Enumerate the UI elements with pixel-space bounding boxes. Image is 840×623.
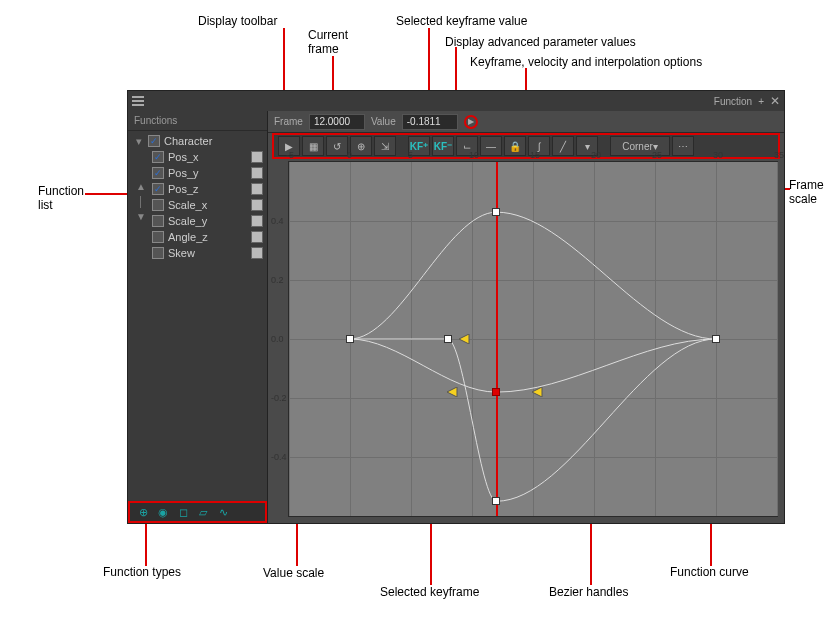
expand-icon[interactable]: ▾: [134, 135, 144, 148]
label-selected-kf-value: Selected keyframe value: [396, 14, 527, 28]
curve-plot[interactable]: 0.40.20.0-0.2-0.4-505101520253035: [288, 161, 778, 517]
label-selected-kf: Selected keyframe: [380, 585, 479, 599]
keyframe[interactable]: [492, 208, 500, 216]
label-function-list: Function list: [38, 184, 84, 212]
x-gridline: 15: [533, 162, 534, 516]
tree-row-scaley[interactable]: Scale_y: [128, 213, 267, 229]
tree-label: Angle_z: [168, 231, 249, 243]
add-tab-button[interactable]: +: [758, 96, 764, 107]
label-value-scale: Value scale: [263, 566, 324, 580]
selected-keyframe[interactable]: [492, 388, 500, 396]
tree-row-character[interactable]: ▾ Character: [128, 133, 267, 149]
tree-label: Skew: [168, 247, 249, 259]
function-list-title: Functions: [128, 111, 267, 131]
label-display-adv: Display advanced parameter values: [445, 35, 636, 49]
svg-marker-1: [532, 387, 542, 397]
x-gridline: 35: [777, 162, 778, 516]
bezier-handle[interactable]: [532, 387, 546, 397]
frame-label: Frame: [274, 116, 303, 127]
more-button[interactable]: ⋯: [672, 136, 694, 156]
label-bezier-handles: Bezier handles: [549, 585, 628, 599]
svg-marker-0: [447, 387, 457, 397]
label-frame-scale: Frame scale: [789, 178, 824, 206]
color-swatch[interactable]: [251, 215, 263, 227]
visibility-checkbox[interactable]: [152, 247, 164, 259]
color-swatch[interactable]: [251, 151, 263, 163]
remove-keyframe-button[interactable]: KF⁻: [432, 136, 454, 156]
function-editor-window: Function + ✕ Functions ▾ Character Pos_x: [127, 90, 785, 524]
lock-button[interactable]: 🔒: [504, 136, 526, 156]
frame-input[interactable]: [309, 114, 365, 130]
value-bar: Frame Value: [268, 111, 784, 133]
bezier-handle[interactable]: [447, 387, 461, 397]
tree-row-scalex[interactable]: Scale_x: [128, 197, 267, 213]
label-kf-options: Keyframe, velocity and interpolation opt…: [470, 55, 702, 69]
x-gridline: -5: [289, 162, 290, 516]
linear-button[interactable]: —: [480, 136, 502, 156]
function-types-toolbar: ⊕ ◉ ◻ ▱ ∿: [128, 501, 267, 523]
value-input[interactable]: [402, 114, 458, 130]
visibility-checkbox[interactable]: [152, 167, 164, 179]
type-icon[interactable]: ▱: [194, 504, 212, 520]
type-icon[interactable]: ∿: [214, 504, 232, 520]
fit-button[interactable]: ⇲: [374, 136, 396, 156]
tree-label: Pos_y: [168, 167, 249, 179]
keyframe[interactable]: [444, 335, 452, 343]
curve-area: Frame Value ▶ ▦ ↺ ⊕ ⇲ KF⁺ KF⁻ ⌙ — 🔒 ∫ ╱: [268, 111, 784, 523]
function-tree: ▾ Character Pos_x Pos_y: [128, 131, 267, 501]
function-list-panel: Functions ▾ Character Pos_x Pos: [128, 111, 268, 523]
visibility-checkbox[interactable]: [152, 183, 164, 195]
tree-row-posy[interactable]: Pos_y: [128, 165, 267, 181]
value-scale-widget[interactable]: ▲ │ ▼: [134, 181, 148, 222]
visibility-checkbox[interactable]: [152, 199, 164, 211]
tree-label: Scale_y: [168, 215, 249, 227]
tree-label: Character: [164, 135, 249, 147]
label-display-toolbar: Display toolbar: [198, 14, 277, 28]
x-gridline: 25: [655, 162, 656, 516]
tangent-button[interactable]: ╱: [552, 136, 574, 156]
tree-row-posx[interactable]: Pos_x: [128, 149, 267, 165]
visibility-checkbox[interactable]: [152, 215, 164, 227]
color-swatch[interactable]: [251, 231, 263, 243]
x-gridline: 5: [411, 162, 412, 516]
keyframe[interactable]: [492, 497, 500, 505]
callout-line: [145, 520, 147, 566]
tree-row-anglez[interactable]: Angle_z: [128, 229, 267, 245]
color-swatch[interactable]: [251, 167, 263, 179]
x-gridline: 20: [594, 162, 595, 516]
tree-row-posz[interactable]: Pos_z: [128, 181, 267, 197]
tree-label: Pos_z: [168, 183, 249, 195]
titlebar: Function + ✕: [128, 91, 784, 111]
visibility-checkbox[interactable]: [152, 151, 164, 163]
window-title: Function: [714, 96, 752, 107]
keyframe[interactable]: [712, 335, 720, 343]
color-swatch[interactable]: [251, 199, 263, 211]
label-current-frame: Current frame: [308, 28, 348, 56]
advanced-params-button[interactable]: [464, 115, 478, 129]
visibility-checkbox[interactable]: [152, 231, 164, 243]
close-button[interactable]: ✕: [770, 94, 780, 108]
arrow-up-icon[interactable]: ▲: [136, 181, 146, 192]
tree-label: Pos_x: [168, 151, 249, 163]
type-icon[interactable]: ⊕: [134, 504, 152, 520]
keyframe[interactable]: [346, 335, 354, 343]
visibility-checkbox[interactable]: [148, 135, 160, 147]
value-label: Value: [371, 116, 396, 127]
label-function-curve: Function curve: [670, 565, 749, 579]
bezier-handle[interactable]: [459, 334, 473, 344]
grid-button[interactable]: ▦: [302, 136, 324, 156]
type-icon[interactable]: ◉: [154, 504, 172, 520]
label-function-types: Function types: [103, 565, 181, 579]
color-swatch[interactable]: [251, 247, 263, 259]
center-button[interactable]: ⊕: [350, 136, 372, 156]
arrow-down-icon[interactable]: ▼: [136, 211, 146, 222]
color-swatch[interactable]: [251, 183, 263, 195]
tree-label: Scale_x: [168, 199, 249, 211]
tree-row-skew[interactable]: Skew: [128, 245, 267, 261]
menu-icon[interactable]: [132, 94, 146, 108]
scale-slider-icon[interactable]: │: [138, 196, 144, 207]
type-icon[interactable]: ◻: [174, 504, 192, 520]
svg-marker-2: [459, 334, 469, 344]
reset-button[interactable]: ↺: [326, 136, 348, 156]
